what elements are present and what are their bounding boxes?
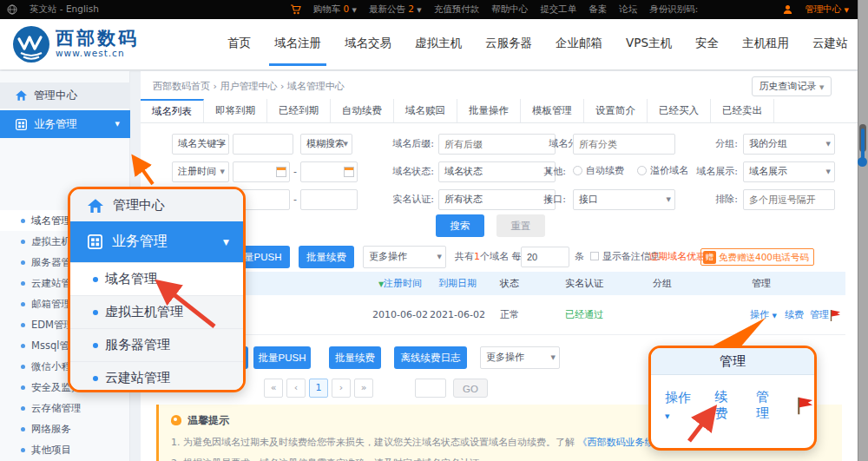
flag-icon[interactable] (830, 309, 841, 322)
cart-link[interactable]: 购物车 0 ▼ (313, 3, 357, 16)
history-query-button[interactable]: 历史查询记录 ▼ (752, 76, 832, 96)
row-action-renew[interactable]: 续费 (785, 295, 804, 335)
gift-400-banner[interactable]: 赠免费赠送400电话号码 (700, 248, 814, 266)
group-select[interactable]: 我的分组▼ (743, 134, 835, 155)
breadcrumb-home[interactable]: 西部数码首页 (153, 81, 210, 92)
display-select[interactable]: 域名展示▼ (743, 161, 835, 182)
popup-action-renew[interactable]: 续费 (714, 389, 740, 422)
batch-renew-button[interactable]: 批量续费 (299, 246, 354, 268)
reset-button[interactable]: 重置 (496, 214, 545, 237)
tab-template[interactable]: 模板管理 (521, 99, 584, 122)
caret-down-icon: ▼ (220, 162, 225, 181)
range-dash: - (292, 161, 297, 182)
page-last-button[interactable]: » (354, 379, 373, 398)
sidebar-item-dashboard[interactable]: 管理中心 (0, 82, 130, 109)
sidebar-item-business[interactable]: 业务管理 ▼ (0, 110, 130, 138)
popup-item-vhost-manage[interactable]: 虚拟主机管理 (70, 295, 243, 328)
lang-switch-link[interactable]: 英文站 - English (30, 3, 99, 16)
caret-down-icon: ▼ (344, 135, 348, 154)
tab-profile[interactable]: 设置简介 (584, 99, 648, 122)
calendar-icon[interactable] (344, 167, 354, 177)
radio-icon[interactable] (573, 166, 582, 175)
offline-renew-log-button[interactable]: 离线续费日志 (394, 346, 467, 369)
tab-auto-renew[interactable]: 自动续费 (331, 99, 394, 122)
batch-renew-button-bottom[interactable]: 批量续费 (329, 346, 381, 369)
topbar-link-forum[interactable]: 论坛 (619, 3, 637, 16)
register-date-from[interactable] (233, 161, 290, 182)
port-select[interactable]: 接口▼ (573, 189, 675, 210)
popup-item-dashboard[interactable]: 管理中心 (70, 189, 243, 221)
calendar-icon[interactable] (276, 167, 286, 177)
bullet-icon (21, 406, 25, 411)
sidebar-item-network-service[interactable]: 网络服务 (0, 418, 130, 439)
table-header: 域名 ▼注册时间 到期日期 状态 实名认证 分组 管理 (153, 272, 845, 295)
topbar-link-ticket[interactable]: 提交工单 (540, 3, 576, 16)
topbar-link-beian[interactable]: 备案 (589, 3, 607, 16)
page-jump-input[interactable] (415, 379, 446, 398)
sidebar-item-cloud-storage[interactable]: 云存储管理 (0, 398, 130, 418)
nav-host-rental[interactable]: 主机租用 (742, 36, 789, 51)
popup-action-operate[interactable]: 操作 ▼ (665, 390, 699, 422)
page-first-button[interactable]: « (264, 379, 283, 398)
nav-home[interactable]: 首页 (227, 36, 251, 51)
register-date-to[interactable] (300, 161, 358, 182)
exclude-input[interactable] (743, 189, 835, 210)
popup-item-server-manage[interactable]: 服务器管理 (70, 328, 243, 361)
expired-promo-link[interactable]: 过期域名优惠 (648, 246, 706, 268)
tab-expired[interactable]: 已经到期 (267, 99, 331, 122)
breadcrumb-user-center[interactable]: 用户管理中心 (220, 81, 277, 92)
page-number-current[interactable]: 1 (309, 379, 328, 398)
page-prev-button[interactable]: ‹ (286, 379, 306, 398)
tab-bought[interactable]: 已经买入 (648, 99, 711, 122)
checkbox-icon[interactable] (590, 252, 599, 260)
nav-enterprise-mail[interactable]: 企业邮箱 (556, 36, 602, 51)
tab-batch-ops[interactable]: 批量操作 (457, 99, 521, 122)
tab-domain-list[interactable]: 域名列表 (141, 99, 204, 122)
popup-item-business[interactable]: 业务管理 ▼ (70, 221, 243, 262)
expire-date-to[interactable] (300, 189, 358, 210)
fuzzy-search-select[interactable]: 模糊搜索▼ (300, 134, 352, 155)
keyword-type-select[interactable]: 域名关键字▼ (172, 134, 229, 155)
row-action-manage[interactable]: 管理 (810, 295, 829, 335)
topbar-link-recharge[interactable]: 充值预付款 (434, 3, 480, 16)
bullet-icon (21, 260, 25, 265)
register-time-select[interactable]: 注册时间▼ (172, 161, 229, 182)
search-button[interactable]: 搜索 (436, 214, 484, 237)
category-input[interactable] (573, 134, 675, 155)
tab-redeem[interactable]: 域名赎回 (394, 99, 457, 122)
more-actions-select[interactable]: 更多操作▼ (363, 246, 446, 268)
radio-icon[interactable] (637, 166, 647, 175)
scrollbar-track[interactable] (858, 0, 868, 461)
keyword-input[interactable] (233, 134, 293, 155)
page-go-button[interactable]: GO (453, 379, 488, 398)
popup-item-sitebuilder-manage[interactable]: 云建站管理 (70, 361, 243, 392)
batch-push-button-bottom[interactable]: 批量PUSH (253, 346, 311, 369)
auto-renew-option[interactable]: 自动续费 (573, 161, 624, 181)
logo[interactable] (12, 25, 50, 66)
nav-domain-register[interactable]: 域名注册 (274, 36, 321, 51)
premium-option[interactable]: 溢价域名 (637, 161, 688, 181)
col-expire-date[interactable]: 到期日期 (438, 272, 477, 295)
col-register-time[interactable]: ▼注册时间 (378, 272, 422, 296)
tab-sold[interactable]: 已经卖出 (711, 99, 774, 122)
port-label: 接口: (529, 189, 566, 210)
west-logo-icon (12, 25, 50, 63)
nav-security[interactable]: 安全 (695, 36, 719, 51)
nav-virtual-host[interactable]: 虚拟主机 (415, 36, 462, 51)
popup-item-domain-manage[interactable]: 域名管理 (70, 262, 243, 295)
popup-action-manage[interactable]: 管理 (756, 389, 781, 422)
topbar-link-help[interactable]: 帮助中心 (491, 3, 528, 16)
page-next-button[interactable]: › (332, 379, 351, 398)
nav-site-builder[interactable]: 云建站 (812, 36, 848, 51)
sidebar-item-other[interactable]: 其他项目 (0, 439, 130, 460)
nav-cloud-server[interactable]: 云服务器 (485, 36, 532, 51)
nav-domain-trade[interactable]: 域名交易 (345, 36, 391, 51)
row-action-operate[interactable]: 操作 ▼ (750, 295, 777, 336)
account-menu[interactable]: 管理中心 ▼ (805, 3, 849, 16)
more-actions-select-bottom[interactable]: 更多操作▼ (480, 346, 560, 369)
per-page-input[interactable] (521, 247, 569, 267)
nav-vps[interactable]: VPS主机 (626, 36, 672, 51)
popup-manage-header: 管理 (651, 348, 814, 375)
notice-link[interactable]: 最新公告 2 ▼ (369, 3, 422, 16)
tab-expiring[interactable]: 即将到期 (204, 99, 267, 122)
